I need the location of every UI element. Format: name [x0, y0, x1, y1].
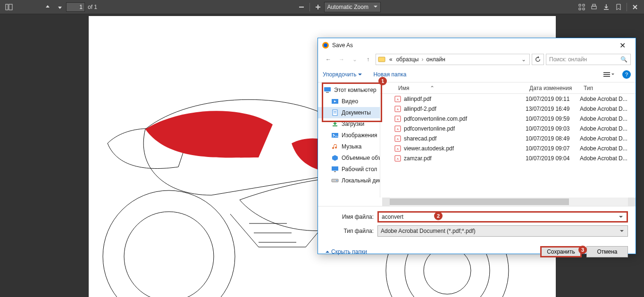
computer-icon — [324, 86, 331, 94]
file-date: 10/07/2019 09:04 — [526, 155, 580, 162]
prev-page-button[interactable] — [42, 1, 53, 13]
filetype-label: Тип файла: — [326, 228, 377, 234]
svg-rect-14 — [378, 57, 385, 62]
tree-desktop[interactable]: Рабочий стол — [318, 164, 380, 175]
svg-text:A: A — [397, 128, 399, 131]
col-date[interactable]: Дата изменения — [526, 85, 580, 91]
pdf-file-icon: A — [394, 145, 401, 152]
file-date: 10/07/2019 09:11 — [526, 96, 580, 102]
breadcrumb-dropdown[interactable]: ⌄ — [520, 56, 527, 63]
svg-text:A: A — [397, 157, 399, 160]
breadcrumb-seg-1[interactable]: образцы — [394, 56, 421, 63]
page-total-label: of 1 — [88, 4, 97, 10]
zoom-out-button[interactable] — [296, 1, 307, 13]
close-button[interactable]: ✕ — [613, 39, 632, 52]
svg-rect-1 — [9, 4, 12, 10]
svg-text:A: A — [397, 108, 399, 111]
annotation-badge-1: 1 — [378, 77, 387, 85]
next-page-button[interactable] — [54, 1, 66, 13]
nav-up-button[interactable]: ↑ — [362, 54, 374, 65]
breadcrumb-prefix: « — [387, 56, 394, 63]
hide-folders-link[interactable]: Скрыть папки — [326, 248, 367, 255]
col-type[interactable]: Тип — [580, 85, 636, 91]
nav-back-button[interactable]: ← — [323, 54, 334, 65]
svg-rect-24 — [334, 113, 336, 113]
filename-input[interactable]: aconvert — [377, 211, 628, 223]
tree-downloads[interactable]: Загрузки — [318, 118, 380, 130]
view-options-button[interactable] — [602, 69, 616, 80]
search-placeholder: Поиск: онлайн — [549, 56, 587, 63]
filetype-select[interactable]: Adobe Acrobat Document (*.pdf;*.pdf) — [377, 225, 628, 237]
pdf-toolbar: of 1 Automatic Zoom — [0, 0, 644, 14]
search-input[interactable]: Поиск: онлайн 🔍 — [546, 54, 631, 65]
sidebar-toggle-button[interactable] — [3, 1, 15, 13]
svg-text:A: A — [397, 98, 399, 101]
organize-menu[interactable]: Упорядочить — [323, 71, 362, 78]
tree-music[interactable]: Музыка — [318, 141, 380, 152]
svg-text:A: A — [397, 148, 399, 150]
save-as-dialog: Save As ✕ ← → ⌄ ↑ « образцы › онлайн ⌄ П… — [318, 38, 636, 254]
tree-3d-objects[interactable]: Объемные объ — [318, 152, 380, 164]
file-row[interactable]: Apdfconvertonline.pdf10/07/2019 09:03Ado… — [380, 124, 636, 133]
file-row[interactable]: Aallinpdf-2.pdf13/07/2019 16:49Adobe Acr… — [380, 104, 636, 114]
file-name: pdfconvertonline.pdf — [404, 125, 526, 132]
filename-label: Имя файла: — [326, 214, 377, 220]
breadcrumb[interactable]: « образцы › онлайн ⌄ — [376, 54, 530, 65]
video-icon — [331, 98, 339, 105]
file-type: Adobe Acrobat D... — [580, 96, 636, 102]
file-row[interactable]: Azamzar.pdf10/07/2019 09:04Adobe Acrobat… — [380, 153, 636, 163]
zoom-select[interactable]: Automatic Zoom — [324, 2, 381, 12]
breadcrumb-seg-2[interactable]: онлайн — [424, 56, 447, 63]
tree-documents[interactable]: Документы — [318, 107, 380, 118]
col-name[interactable]: Имя — [394, 85, 526, 91]
presentation-button[interactable] — [576, 1, 587, 13]
download-button[interactable] — [601, 1, 612, 13]
file-name: allinpdf-2.pdf — [404, 106, 526, 112]
svg-rect-2 — [299, 7, 304, 8]
file-name: allinpdf.pdf — [404, 96, 526, 102]
file-date: 13/07/2019 16:49 — [526, 106, 580, 112]
refresh-button[interactable] — [532, 54, 544, 65]
svg-rect-4 — [318, 5, 318, 9]
print-button[interactable] — [588, 1, 600, 13]
horizontal-scrollbar[interactable] — [318, 198, 636, 206]
firefox-icon — [322, 41, 329, 49]
svg-rect-15 — [603, 72, 610, 73]
tree-video[interactable]: Видео — [318, 96, 380, 107]
file-row[interactable]: Asharecad.pdf10/07/2019 08:49Adobe Acrob… — [380, 133, 636, 143]
bookmark-button[interactable] — [613, 1, 624, 13]
nav-recent-button[interactable]: ⌄ — [349, 54, 360, 65]
file-row[interactable]: Aviewer.autodesk.pdf10/07/2019 09:07Adob… — [380, 143, 636, 153]
tree-this-pc[interactable]: Этот компьютер — [318, 84, 380, 96]
file-row[interactable]: Apdfconvertonline.com.pdf10/07/2019 09:5… — [380, 114, 636, 124]
svg-rect-6 — [593, 4, 595, 6]
file-list: Имя Дата изменения Тип Aallinpdf.pdf10/0… — [380, 82, 636, 198]
file-name: viewer.autodesk.pdf — [404, 145, 526, 152]
pdf-file-icon: A — [394, 155, 401, 162]
svg-point-8 — [124, 212, 214, 297]
desktop-icon — [331, 165, 339, 173]
new-folder-button[interactable]: Новая папка — [373, 71, 406, 78]
svg-rect-28 — [334, 171, 336, 172]
cancel-button[interactable]: Отмена — [586, 246, 628, 257]
music-icon — [331, 143, 339, 150]
svg-point-30 — [336, 180, 337, 181]
zoom-in-button[interactable] — [312, 1, 324, 13]
save-button[interactable]: Сохранить — [540, 246, 582, 257]
tools-button[interactable] — [629, 1, 641, 13]
help-button[interactable]: ? — [622, 70, 631, 79]
file-row[interactable]: Aallinpdf.pdf10/07/2019 09:11Adobe Acrob… — [380, 94, 636, 104]
list-header: Имя Дата изменения Тип — [380, 82, 636, 94]
file-type: Adobe Acrobat D... — [580, 116, 636, 122]
pdf-file-icon: A — [394, 125, 401, 132]
file-date: 10/07/2019 09:07 — [526, 145, 580, 152]
file-date: 10/07/2019 08:49 — [526, 135, 580, 142]
svg-text:A: A — [397, 138, 399, 140]
tree-local-disk[interactable]: Локальный дис — [318, 175, 380, 186]
svg-rect-16 — [603, 74, 610, 75]
documents-icon — [331, 109, 339, 116]
svg-rect-17 — [603, 76, 610, 77]
tree-images[interactable]: Изображения — [318, 130, 380, 141]
page-number-input[interactable] — [66, 2, 85, 12]
file-type: Adobe Acrobat D... — [580, 135, 636, 142]
